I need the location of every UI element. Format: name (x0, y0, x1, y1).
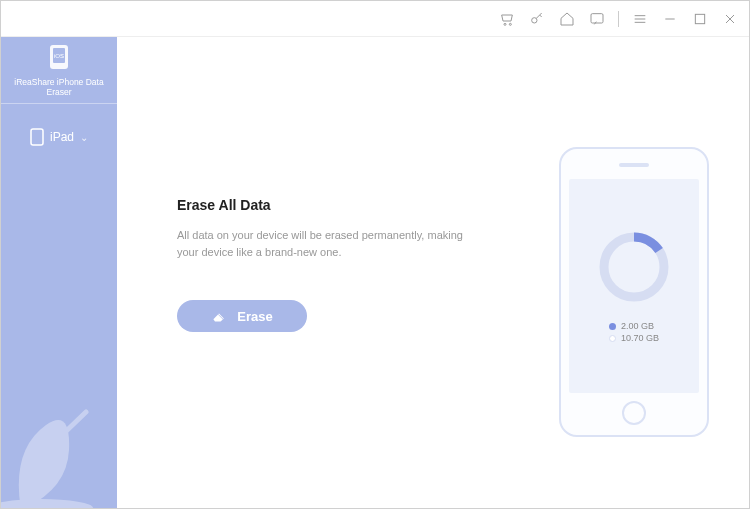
svg-rect-3 (591, 13, 603, 22)
legend-dot-used (609, 323, 616, 330)
svg-point-9 (1, 499, 93, 509)
minimize-icon[interactable] (661, 10, 679, 28)
key-icon[interactable] (528, 10, 546, 28)
app-title: iReaShare iPhone Data Eraser (1, 75, 117, 104)
storage-donut-chart (594, 227, 674, 307)
app-logo: iOS (1, 37, 117, 75)
svg-point-2 (532, 17, 537, 22)
legend-dot-free (609, 335, 616, 342)
menu-icon[interactable] (631, 10, 649, 28)
separator (618, 11, 619, 27)
legend-free: 10.70 GB (609, 333, 659, 343)
content-area: Erase All Data All data on your device w… (117, 37, 749, 509)
svg-point-0 (504, 23, 506, 25)
storage-legend: 2.00 GB 10.70 GB (609, 319, 659, 345)
erase-button[interactable]: Erase (177, 300, 307, 332)
svg-text:iOS: iOS (54, 53, 64, 59)
phone-screen: 2.00 GB 10.70 GB (569, 179, 699, 393)
erase-button-label: Erase (237, 309, 272, 324)
phone-home-button (622, 401, 646, 425)
legend-used: 2.00 GB (609, 321, 659, 331)
device-name: iPad (50, 130, 74, 144)
legend-used-label: 2.00 GB (621, 321, 654, 331)
page-description: All data on your device will be erased p… (177, 227, 487, 260)
close-icon[interactable] (721, 10, 739, 28)
sidebar: iOS iReaShare iPhone Data Eraser iPad ⌄ (1, 37, 117, 509)
eraser-icon (211, 310, 227, 322)
svg-point-1 (509, 23, 511, 25)
chevron-down-icon: ⌄ (80, 132, 88, 143)
device-selector[interactable]: iPad ⌄ (30, 128, 88, 146)
titlebar (1, 1, 749, 37)
cart-icon[interactable] (498, 10, 516, 28)
svg-rect-4 (695, 14, 704, 23)
page-heading: Erase All Data (177, 197, 487, 213)
home-icon[interactable] (558, 10, 576, 28)
legend-free-label: 10.70 GB (621, 333, 659, 343)
phone-speaker (619, 163, 649, 167)
device-illustration: 2.00 GB 10.70 GB (559, 147, 709, 437)
maximize-icon[interactable] (691, 10, 709, 28)
svg-rect-8 (31, 129, 43, 145)
decor-illustration (1, 360, 117, 509)
feedback-icon[interactable] (588, 10, 606, 28)
